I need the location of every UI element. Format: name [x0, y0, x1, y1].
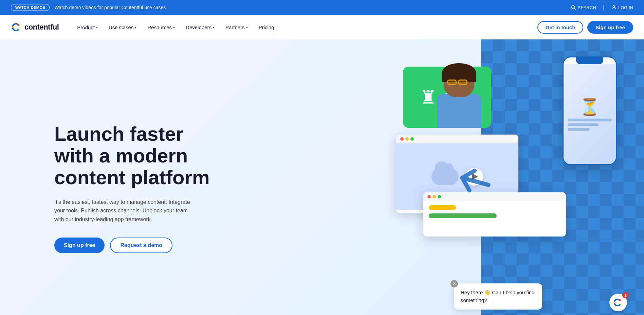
top-bar-left: WATCH DEMOS Watch demo videos for popula… [11, 4, 166, 11]
top-bar: WATCH DEMOS Watch demo videos for popula… [0, 0, 644, 15]
phone-notch [576, 57, 603, 64]
contentful-chat-logo [613, 297, 624, 308]
login-link[interactable]: LOG IN [611, 5, 633, 10]
close-dot [400, 137, 404, 141]
person-illustration [444, 67, 481, 129]
svg-point-2 [613, 6, 614, 7]
svg-point-4 [17, 24, 19, 26]
person-hair [442, 63, 476, 82]
sign-up-button[interactable]: Sign up free [587, 21, 633, 34]
svg-point-6 [12, 26, 14, 28]
close-dot-2 [427, 195, 431, 198]
hero-illustration: ♜ ♟ ♞ [355, 39, 644, 315]
chevron-down-icon: ▾ [173, 25, 175, 29]
nav-use-cases[interactable]: Use Cases ▾ [104, 22, 141, 33]
top-bar-right: SEARCH | LOG IN [571, 4, 633, 11]
bar-green [429, 213, 497, 218]
chat-badge: 1 [622, 292, 628, 298]
chat-message: Hey there 👋 Can I help you find somethin… [461, 289, 535, 304]
nav-pricing[interactable]: Pricing [254, 22, 279, 33]
minimize-dot-2 [433, 195, 436, 198]
minimize-dot [405, 137, 409, 141]
hero-section: Launch faster with a modern content plat… [0, 39, 644, 315]
phone-line-1 [568, 119, 612, 121]
expand-dot [410, 137, 414, 141]
hero-title: Launch faster with a modern content plat… [54, 123, 217, 188]
search-link[interactable]: SEARCH [571, 5, 596, 10]
chevron-down-icon: ▾ [246, 25, 248, 29]
chevron-down-icon: ▾ [96, 25, 98, 29]
hero-demo-button[interactable]: Request a demo [110, 238, 172, 253]
person-body [437, 94, 481, 128]
window-body-2 [423, 201, 566, 222]
nav-links: Product ▾ Use Cases ▾ Resources ▾ Develo… [72, 22, 537, 33]
phone-line-2 [568, 123, 599, 126]
glass-left [447, 80, 457, 85]
phone-content-lines [568, 119, 612, 131]
nav-developers[interactable]: Developers ▾ [181, 22, 219, 33]
svg-point-9 [619, 304, 621, 306]
nav-product[interactable]: Product ▾ [72, 22, 103, 33]
svg-point-5 [17, 29, 19, 31]
promo-text: Watch demo videos for popular Contentful… [54, 5, 166, 10]
expand-dot-2 [438, 195, 441, 198]
divider: | [603, 4, 604, 11]
login-label: LOG IN [618, 5, 633, 10]
get-in-touch-button[interactable]: Get in touch [537, 21, 584, 34]
main-nav: contentful Product ▾ Use Cases ▾ Resourc… [0, 15, 644, 39]
glass-right [458, 80, 467, 85]
search-label: SEARCH [578, 5, 596, 10]
svg-point-10 [614, 301, 616, 303]
hourglass-icon: ⏳ [579, 98, 600, 117]
chat-icon[interactable]: 1 [609, 294, 627, 311]
logo-text: contentful [24, 23, 59, 32]
phone-body: ⏳ [564, 64, 616, 164]
search-icon [571, 5, 576, 10]
chevron-down-icon: ▾ [213, 25, 215, 29]
svg-point-8 [619, 299, 621, 301]
logo-link[interactable]: contentful [11, 21, 59, 33]
hero-buttons: Sign up free Request a demo [54, 238, 217, 253]
svg-line-1 [574, 8, 576, 10]
chevron-down-icon: ▾ [135, 25, 136, 29]
phone-line-3 [568, 128, 590, 131]
phone-mockup: ⏳ [563, 56, 617, 165]
close-button[interactable]: ✕ [450, 280, 458, 287]
hero-sign-up-button[interactable]: Sign up free [54, 238, 105, 253]
nav-partners[interactable]: Partners ▾ [221, 22, 253, 33]
hero-subtitle: It's the easiest, fastest way to manage … [54, 198, 197, 224]
logo-icon [11, 21, 22, 33]
svg-point-0 [571, 6, 574, 9]
chat-bubble: ✕ Hey there 👋 Can I help you find someth… [454, 283, 542, 310]
window-toolbar [396, 135, 518, 143]
nav-resources[interactable]: Resources ▾ [143, 22, 180, 33]
hero-content: Launch faster with a modern content plat… [54, 123, 217, 253]
watch-demos-button[interactable]: WATCH DEMOS [11, 4, 50, 11]
person-glasses [447, 80, 471, 85]
nav-actions: Get in touch Sign up free [537, 21, 633, 34]
bar-yellow [429, 205, 456, 210]
user-icon [611, 5, 617, 10]
person-head [444, 67, 474, 97]
